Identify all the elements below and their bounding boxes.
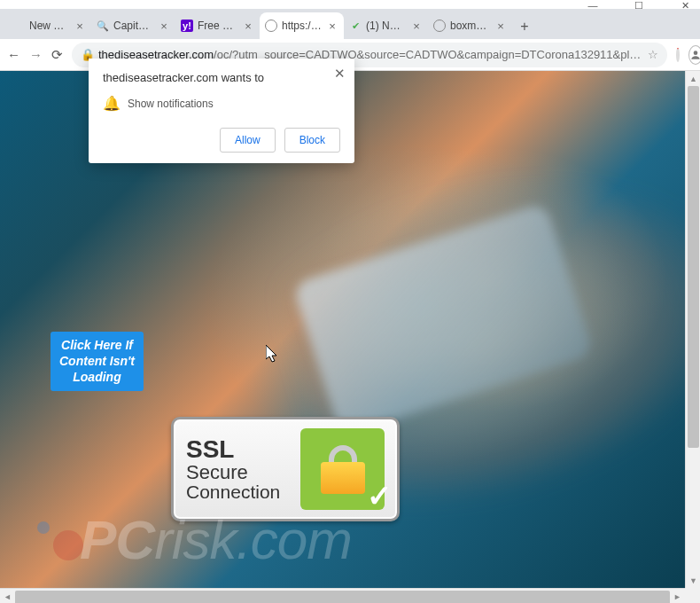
- padlock-icon: [321, 445, 365, 494]
- ssl-line: Connection: [186, 482, 280, 502]
- back-button[interactable]: ←: [7, 47, 20, 62]
- shield-icon: ✔: [349, 20, 362, 32]
- scroll-up-button[interactable]: ▲: [686, 71, 700, 86]
- globe-icon: [433, 20, 446, 32]
- loading-cta-banner[interactable]: Click Here If Content Isn't Loading: [51, 332, 144, 391]
- profile-avatar[interactable]: [688, 45, 700, 65]
- ssl-line: Secure: [186, 462, 280, 482]
- close-window-button[interactable]: ✕: [672, 0, 698, 12]
- tab-icon-blank: [12, 20, 25, 32]
- loading-indicator-icon: [676, 48, 680, 62]
- tab-1[interactable]: 🔍 CapitaSec ×: [91, 12, 175, 39]
- close-icon[interactable]: ×: [410, 20, 423, 33]
- scroll-corner: [685, 588, 700, 603]
- close-icon[interactable]: ×: [326, 20, 338, 33]
- yahoo-icon: y!: [181, 20, 193, 32]
- ssl-text: SSL Secure Connection: [186, 436, 280, 503]
- tab-strip: New Tab × 🔍 CapitaSec × y! Free Data × h…: [0, 9, 700, 39]
- watermark-pc: PC: [80, 508, 154, 571]
- bookmark-star-icon[interactable]: ☆: [648, 48, 658, 61]
- watermark-risk: risk.com: [154, 508, 352, 571]
- tab-4[interactable]: ✔ (1) Notific ×: [344, 12, 428, 39]
- allow-button[interactable]: Allow: [220, 128, 276, 153]
- block-button[interactable]: Block: [284, 128, 340, 153]
- scroll-left-button[interactable]: ◄: [0, 589, 15, 603]
- horizontal-scrollbar[interactable]: ◄ ►: [0, 588, 685, 603]
- ssl-line: SSL: [186, 436, 280, 462]
- cta-line: Content Isn't: [59, 353, 135, 369]
- window-controls: — ☐ ✕: [0, 0, 700, 9]
- tab-3-active[interactable]: https://the ×: [260, 12, 344, 39]
- pcrisk-watermark: PCrisk.com: [35, 508, 352, 571]
- close-icon[interactable]: ×: [74, 20, 86, 33]
- tab-2[interactable]: y! Free Data ×: [175, 12, 260, 39]
- tab-title: https://the: [282, 20, 322, 32]
- scroll-right-button[interactable]: ►: [670, 589, 685, 603]
- globe-icon: [265, 20, 277, 32]
- bell-icon: 🔔: [103, 95, 117, 112]
- minimize-button[interactable]: —: [579, 0, 606, 11]
- close-icon[interactable]: ✕: [334, 66, 346, 82]
- mouse-cursor-icon: [266, 345, 280, 364]
- tab-title: boxmattre: [450, 20, 490, 32]
- tab-title: (1) Notific: [366, 20, 406, 32]
- ssl-lock-panel: ✓: [300, 428, 385, 510]
- checkmark-icon: ✓: [367, 478, 392, 513]
- tab-5[interactable]: boxmattre ×: [428, 12, 512, 39]
- ssl-badge: SSL Secure Connection ✓: [171, 417, 400, 521]
- vertical-scrollbar[interactable]: ▲ ▼: [685, 71, 700, 588]
- maximize-button[interactable]: ☐: [626, 0, 652, 12]
- svg-point-0: [694, 51, 698, 55]
- close-icon[interactable]: ×: [494, 20, 507, 33]
- cta-line: Loading: [59, 369, 135, 385]
- close-icon[interactable]: ×: [158, 20, 170, 33]
- close-icon[interactable]: ×: [242, 20, 254, 33]
- forward-button[interactable]: →: [29, 47, 43, 62]
- person-icon: [689, 49, 700, 61]
- search-icon: 🔍: [97, 20, 109, 32]
- notification-title: thediseasetracker.com wants to: [103, 71, 340, 84]
- bug-icon: [35, 516, 83, 564]
- reload-button[interactable]: ⟳: [51, 47, 63, 63]
- scroll-thumb[interactable]: [15, 591, 670, 603]
- new-tab-button[interactable]: +: [512, 14, 537, 39]
- tab-title: Free Data: [198, 20, 237, 32]
- cta-line: Click Here If: [59, 337, 135, 353]
- scroll-thumb[interactable]: [688, 86, 699, 448]
- notification-permission-prompt: ✕ thediseasetracker.com wants to 🔔 Show …: [89, 59, 354, 163]
- scroll-down-button[interactable]: ▼: [686, 573, 700, 588]
- tab-title: CapitaSec: [113, 20, 153, 32]
- tab-0[interactable]: New Tab ×: [7, 12, 91, 39]
- tab-title: New Tab: [29, 20, 69, 32]
- notification-text: Show notifications: [128, 98, 214, 110]
